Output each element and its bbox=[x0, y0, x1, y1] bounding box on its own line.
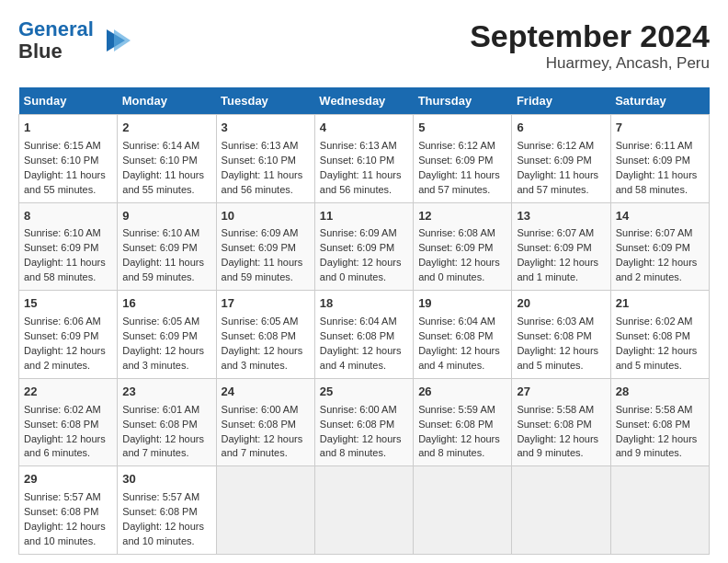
col-tuesday: Tuesday bbox=[216, 87, 314, 115]
svg-marker-1 bbox=[114, 29, 131, 52]
day-cell-21: 21 Sunrise: 6:02 AM Sunset: 6:08 PM Dayl… bbox=[610, 291, 709, 379]
day-cell-3: 3 Sunrise: 6:13 AM Sunset: 6:10 PM Dayli… bbox=[216, 115, 314, 203]
day-cell-6: 6 Sunrise: 6:12 AM Sunset: 6:09 PM Dayli… bbox=[512, 115, 610, 203]
calendar-row: 8 Sunrise: 6:10 AM Sunset: 6:09 PM Dayli… bbox=[19, 202, 710, 291]
day-cell-11: 11 Sunrise: 6:09 AM Sunset: 6:09 PM Dayl… bbox=[314, 202, 413, 291]
page-title: September 2024 bbox=[470, 18, 710, 54]
empty-cell bbox=[414, 466, 512, 555]
calendar-table: Sunday Monday Tuesday Wednesday Thursday… bbox=[18, 87, 710, 555]
calendar-row: 22 Sunrise: 6:02 AM Sunset: 6:08 PM Dayl… bbox=[19, 378, 710, 466]
logo-text: GeneralBlue bbox=[18, 18, 94, 63]
header-row: Sunday Monday Tuesday Wednesday Thursday… bbox=[19, 87, 710, 115]
day-cell-7: 7 Sunrise: 6:11 AM Sunset: 6:09 PM Dayli… bbox=[610, 115, 709, 203]
empty-cell bbox=[216, 466, 314, 555]
day-cell-26: 26 Sunrise: 5:59 AM Sunset: 6:08 PM Dayl… bbox=[414, 378, 512, 466]
logo: GeneralBlue bbox=[18, 18, 131, 63]
day-cell-16: 16 Sunrise: 6:05 AM Sunset: 6:09 PM Dayl… bbox=[118, 291, 216, 379]
day-cell-19: 19 Sunrise: 6:04 AM Sunset: 6:08 PM Dayl… bbox=[414, 291, 512, 379]
day-cell-9: 9 Sunrise: 6:10 AM Sunset: 6:09 PM Dayli… bbox=[118, 202, 216, 291]
day-cell-12: 12 Sunrise: 6:08 AM Sunset: 6:09 PM Dayl… bbox=[414, 202, 512, 291]
col-sunday: Sunday bbox=[19, 87, 118, 115]
day-cell-4: 4 Sunrise: 6:13 AM Sunset: 6:10 PM Dayli… bbox=[314, 115, 413, 203]
day-cell-8: 8 Sunrise: 6:10 AM Sunset: 6:09 PM Dayli… bbox=[19, 202, 118, 291]
day-cell-29: 29 Sunrise: 5:57 AM Sunset: 6:08 PM Dayl… bbox=[19, 466, 118, 555]
day-cell-23: 23 Sunrise: 6:01 AM Sunset: 6:08 PM Dayl… bbox=[118, 378, 216, 466]
logo-icon bbox=[97, 24, 131, 57]
day-cell-27: 27 Sunrise: 5:58 AM Sunset: 6:08 PM Dayl… bbox=[512, 378, 610, 466]
day-cell-5: 5 Sunrise: 6:12 AM Sunset: 6:09 PM Dayli… bbox=[414, 115, 512, 203]
day-cell-28: 28 Sunrise: 5:58 AM Sunset: 6:08 PM Dayl… bbox=[610, 378, 709, 466]
day-cell-30: 30 Sunrise: 5:57 AM Sunset: 6:08 PM Dayl… bbox=[118, 466, 216, 555]
day-cell-1: 1 Sunrise: 6:15 AM Sunset: 6:10 PM Dayli… bbox=[19, 115, 118, 203]
empty-cell bbox=[314, 466, 413, 555]
col-friday: Friday bbox=[512, 87, 610, 115]
page-subtitle: Huarmey, Ancash, Peru bbox=[470, 54, 710, 73]
calendar-row: 15 Sunrise: 6:06 AM Sunset: 6:09 PM Dayl… bbox=[19, 291, 710, 379]
empty-cell bbox=[610, 466, 709, 555]
calendar-row: 29 Sunrise: 5:57 AM Sunset: 6:08 PM Dayl… bbox=[19, 466, 710, 555]
day-cell-24: 24 Sunrise: 6:00 AM Sunset: 6:08 PM Dayl… bbox=[216, 378, 314, 466]
day-cell-10: 10 Sunrise: 6:09 AM Sunset: 6:09 PM Dayl… bbox=[216, 202, 314, 291]
day-cell-14: 14 Sunrise: 6:07 AM Sunset: 6:09 PM Dayl… bbox=[610, 202, 709, 291]
day-cell-17: 17 Sunrise: 6:05 AM Sunset: 6:08 PM Dayl… bbox=[216, 291, 314, 379]
day-cell-13: 13 Sunrise: 6:07 AM Sunset: 6:09 PM Dayl… bbox=[512, 202, 610, 291]
title-block: September 2024 Huarmey, Ancash, Peru bbox=[470, 18, 710, 73]
day-cell-18: 18 Sunrise: 6:04 AM Sunset: 6:08 PM Dayl… bbox=[314, 291, 413, 379]
day-cell-15: 15 Sunrise: 6:06 AM Sunset: 6:09 PM Dayl… bbox=[19, 291, 118, 379]
day-cell-20: 20 Sunrise: 6:03 AM Sunset: 6:08 PM Dayl… bbox=[512, 291, 610, 379]
col-monday: Monday bbox=[118, 87, 216, 115]
empty-cell bbox=[512, 466, 610, 555]
day-cell-2: 2 Sunrise: 6:14 AM Sunset: 6:10 PM Dayli… bbox=[118, 115, 216, 203]
page-header: GeneralBlue September 2024 Huarmey, Anca… bbox=[18, 18, 710, 73]
day-cell-25: 25 Sunrise: 6:00 AM Sunset: 6:08 PM Dayl… bbox=[314, 378, 413, 466]
col-wednesday: Wednesday bbox=[314, 87, 413, 115]
col-saturday: Saturday bbox=[610, 87, 709, 115]
col-thursday: Thursday bbox=[414, 87, 512, 115]
day-cell-22: 22 Sunrise: 6:02 AM Sunset: 6:08 PM Dayl… bbox=[19, 378, 118, 466]
calendar-row: 1 Sunrise: 6:15 AM Sunset: 6:10 PM Dayli… bbox=[19, 115, 710, 203]
